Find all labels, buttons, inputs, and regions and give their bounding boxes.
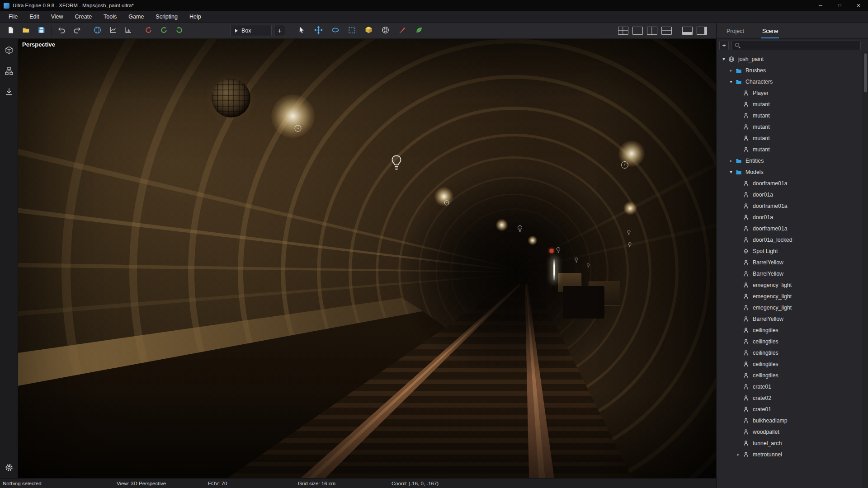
new-file-button[interactable] xyxy=(3,24,18,37)
undo-button[interactable] xyxy=(54,24,69,37)
marquee-select-button[interactable] xyxy=(344,24,360,37)
tree-collapsed-arrow-icon[interactable]: ▸ xyxy=(727,158,735,163)
menu-create[interactable]: Create xyxy=(69,14,98,20)
scene-search-box[interactable] xyxy=(731,41,861,50)
tree-expanded-arrow-icon[interactable]: ▾ xyxy=(727,169,735,174)
menu-edit[interactable]: Edit xyxy=(24,14,45,20)
grid-snap-button[interactable] xyxy=(105,24,120,37)
import-button[interactable] xyxy=(4,88,14,98)
tree-item-characters[interactable]: ▾Characters xyxy=(717,76,868,87)
tree-collapsed-arrow-icon[interactable]: ▸ xyxy=(727,68,735,73)
ring-light-gizmo[interactable] xyxy=(295,125,302,132)
redo-button[interactable] xyxy=(69,24,85,37)
add-primitive-button[interactable]: + xyxy=(274,25,285,36)
cage-light-gizmo[interactable] xyxy=(212,79,250,117)
tree-item-spot-light[interactable]: Spot Light xyxy=(717,245,868,257)
tab-scene[interactable]: Scene xyxy=(761,28,779,38)
glow-light-gizmo[interactable] xyxy=(623,202,637,215)
tree-item-door01a_locked[interactable]: door01a_locked xyxy=(717,234,868,245)
scene-tree-scrollbar[interactable] xyxy=(863,52,868,488)
layout-quad-button[interactable] xyxy=(616,24,630,37)
bulb-light-gizmo[interactable] xyxy=(627,230,631,235)
menu-scripting[interactable]: Scripting xyxy=(150,14,184,20)
tree-item-mutant[interactable]: mutant xyxy=(717,121,868,132)
tree-item-entities[interactable]: ▸Entities xyxy=(717,155,868,166)
tree-item-barrelyellow[interactable]: BarrelYellow xyxy=(717,313,868,324)
tree-item-ceilingtiles[interactable]: ceilingtiles xyxy=(717,324,868,336)
bulb-light-gizmo[interactable] xyxy=(556,247,561,253)
move-tool-button[interactable] xyxy=(310,24,327,37)
glow-light-gizmo[interactable] xyxy=(271,94,315,138)
web-globe-button[interactable] xyxy=(90,24,105,37)
tree-item-ceilingtiles[interactable]: ceilingtiles xyxy=(717,347,868,358)
glow-light-gizmo[interactable] xyxy=(528,236,537,245)
tree-item-barrelyellow[interactable]: BarrelYellow xyxy=(717,268,868,279)
tree-item-mutant[interactable]: mutant xyxy=(717,99,868,110)
tube-light-gizmo[interactable] xyxy=(553,259,555,281)
menu-tools[interactable]: Tools xyxy=(98,14,123,20)
save-button[interactable] xyxy=(33,24,49,37)
close-button[interactable]: × xyxy=(849,0,868,11)
tree-expanded-arrow-icon[interactable]: ▾ xyxy=(727,79,735,84)
tree-item-door01a[interactable]: door01a xyxy=(717,189,868,200)
rotate-y-button[interactable] xyxy=(156,24,171,37)
tree-item-mutant[interactable]: mutant xyxy=(717,144,868,155)
object-mode-button[interactable] xyxy=(4,46,14,56)
tree-collapsed-arrow-icon[interactable]: ▸ xyxy=(735,452,742,457)
primitive-type-dropdown[interactable]: Box xyxy=(230,25,272,36)
tree-item-emegency_light[interactable]: emegency_light xyxy=(717,279,868,291)
tree-item-tunnel_arch[interactable]: tunnel_arch xyxy=(717,437,868,449)
maximize-button[interactable]: □ xyxy=(830,0,849,11)
layout-single-button[interactable] xyxy=(630,24,645,37)
ring-light-gizmo[interactable] xyxy=(444,200,449,205)
tree-item-crate01[interactable]: crate01 xyxy=(717,381,868,392)
entity-marker[interactable] xyxy=(549,249,553,253)
hierarchy-panel-button[interactable] xyxy=(4,67,14,77)
tree-item-mutant[interactable]: mutant xyxy=(717,110,868,121)
tree-item-player[interactable]: Player xyxy=(717,87,868,99)
menu-help[interactable]: Help xyxy=(184,14,207,20)
tree-item-bulkheadlamp[interactable]: bulkheadlamp xyxy=(717,415,868,426)
glow-light-gizmo[interactable] xyxy=(495,219,508,231)
bulb-light-gizmo[interactable] xyxy=(517,225,523,233)
tree-item-doorframe01a[interactable]: doorframe01a xyxy=(717,223,868,234)
tree-item-ceilingtiles[interactable]: ceilingtiles xyxy=(717,358,868,370)
layout-split-vertical-button[interactable] xyxy=(645,24,659,37)
tab-project[interactable]: Project xyxy=(726,28,745,38)
tree-item-models[interactable]: ▾Models xyxy=(717,166,868,178)
paint-tool-button[interactable] xyxy=(394,24,410,37)
viewport-3d[interactable]: Perspective xyxy=(18,39,716,478)
tree-item-emegency_light[interactable]: emegency_light xyxy=(717,291,868,302)
toggle-right-panel-button[interactable] xyxy=(694,24,709,37)
tree-item-metrotunnel[interactable]: ▸metrotunnel xyxy=(717,449,868,460)
tree-item-doorframe01a[interactable]: doorframe01a xyxy=(717,178,868,189)
minimize-button[interactable]: ─ xyxy=(811,0,830,11)
layout-split-horizontal-button[interactable] xyxy=(659,24,674,37)
bulb-light-gizmo[interactable] xyxy=(575,258,578,263)
tree-item-emegency_light[interactable]: emegency_light xyxy=(717,302,868,313)
scrollbar-thumb[interactable] xyxy=(864,53,867,92)
rotate-z-button[interactable] xyxy=(171,24,187,37)
bulb-light-gizmo[interactable] xyxy=(627,242,631,248)
tree-item-brushes[interactable]: ▸Brushes xyxy=(717,65,868,76)
ring-light-gizmo[interactable] xyxy=(621,161,628,169)
toggle-bottom-panel-button[interactable] xyxy=(680,24,694,37)
tree-item-ceilingtiles[interactable]: ceilingtiles xyxy=(717,336,868,347)
menu-view[interactable]: View xyxy=(45,14,69,20)
tree-item-doorframe01a[interactable]: doorframe01a xyxy=(717,200,868,211)
scene-search-input[interactable] xyxy=(743,42,858,49)
tree-item-crate02[interactable]: crate02 xyxy=(717,392,868,404)
open-folder-button[interactable] xyxy=(18,24,33,37)
add-entity-button[interactable]: + xyxy=(719,41,729,50)
menu-file[interactable]: File xyxy=(3,14,24,20)
tree-expanded-arrow-icon[interactable]: ▾ xyxy=(720,56,727,61)
select-tool-button[interactable] xyxy=(293,24,310,37)
wireframe-sphere-button[interactable] xyxy=(377,24,394,37)
settings-button[interactable] xyxy=(4,464,14,474)
rotate-x-button[interactable] xyxy=(141,24,156,37)
csg-box-button[interactable] xyxy=(360,24,377,37)
rotate-tool-button[interactable] xyxy=(327,24,344,37)
bulb-light-gizmo[interactable] xyxy=(587,263,590,268)
tree-item-door01a[interactable]: door01a xyxy=(717,211,868,223)
bulb-light-gizmo[interactable] xyxy=(391,155,402,171)
